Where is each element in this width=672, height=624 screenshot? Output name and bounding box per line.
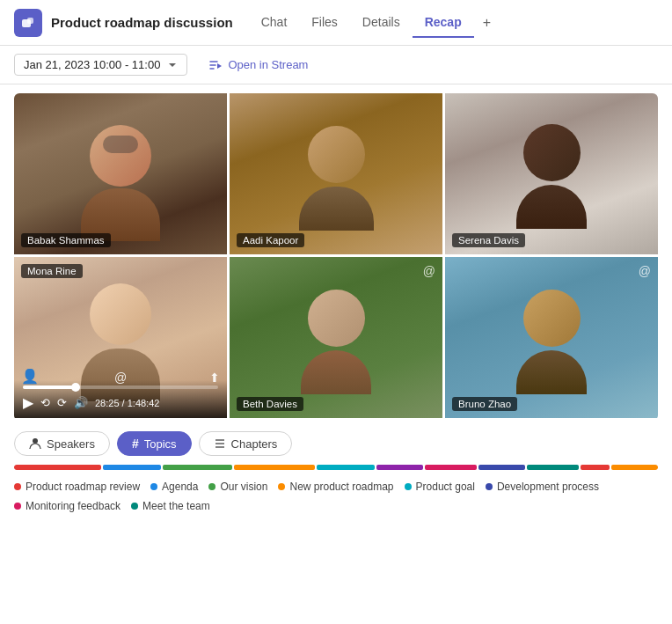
- speakers-tab-label: Speakers: [47, 437, 95, 451]
- legend-dot-meet-team: [131, 503, 138, 510]
- timeline-segment-6: [425, 465, 477, 470]
- open-stream-label: Open in Stream: [228, 58, 308, 71]
- tab-details[interactable]: Details: [350, 8, 413, 38]
- participant-label-mona: Mona Rine: [21, 264, 83, 278]
- open-in-stream-button[interactable]: Open in Stream: [201, 55, 315, 76]
- video-section: Babak Shammas Aadi Kapoor Serena Davis: [0, 84, 672, 426]
- timeline-segment-4: [317, 465, 375, 470]
- timeline-segment-3: [234, 465, 315, 470]
- topics-tab-label: Topics: [144, 437, 177, 451]
- hash-icon: #: [132, 437, 139, 451]
- play-icon[interactable]: ▶: [23, 394, 33, 411]
- timeline-section: [0, 459, 672, 475]
- legend-dot-monitoring: [14, 503, 21, 510]
- teams-app-icon: [14, 9, 42, 37]
- video-cell-bruno: Bruno Zhao @: [445, 257, 658, 418]
- speakers-tab[interactable]: Speakers: [14, 431, 110, 456]
- timeline-segment-0: [14, 465, 101, 470]
- stream-icon: [208, 58, 223, 72]
- legend-dot-product-goal: [405, 483, 412, 490]
- meeting-title: Product roadmap discussion: [51, 15, 233, 30]
- filter-tabs-section: Speakers # Topics Chapters: [0, 426, 672, 459]
- rewind-icon[interactable]: ⟲: [40, 396, 50, 409]
- legend-item-meet-team[interactable]: Meet the team: [131, 500, 210, 512]
- legend-item-roadmap-review[interactable]: Product roadmap review: [14, 481, 140, 493]
- toolbar: Jan 21, 2023 10:00 - 11:00 Open in Strea…: [0, 46, 672, 84]
- timeline-segment-10: [611, 465, 658, 470]
- timeline-segment-8: [527, 465, 579, 470]
- video-grid: Babak Shammas Aadi Kapoor Serena Davis: [14, 93, 658, 421]
- chapters-icon: [214, 437, 226, 450]
- timeline-bar[interactable]: [14, 465, 658, 470]
- video-controls-overlay: ▶ ⟲ ⟳ 🔊 28:25 / 1:48:42: [14, 380, 227, 418]
- progress-fill: [23, 385, 76, 389]
- legend-item-vision[interactable]: Our vision: [208, 481, 267, 493]
- timeline-segment-9: [581, 465, 610, 470]
- header: Product roadmap discussion Chat Files De…: [0, 0, 672, 46]
- add-participant-icon[interactable]: 👤: [21, 368, 39, 385]
- chapters-tab-label: Chapters: [231, 437, 278, 451]
- add-tab-button[interactable]: +: [474, 8, 500, 38]
- legend-item-product-goal[interactable]: Product goal: [405, 481, 475, 493]
- nav-tabs: Chat Files Details Recap +: [249, 7, 500, 38]
- timeline-segment-2: [163, 465, 232, 470]
- svg-point-3: [33, 438, 38, 444]
- date-dropdown[interactable]: Jan 21, 2023 10:00 - 11:00: [14, 54, 187, 76]
- mention-icon-beth[interactable]: @: [423, 264, 435, 278]
- participant-label-beth: Beth Davies: [237, 397, 303, 411]
- tab-recap[interactable]: Recap: [413, 8, 474, 38]
- date-range-text: Jan 21, 2023 10:00 - 11:00: [24, 58, 160, 71]
- participant-label-bruno: Bruno Zhao: [452, 397, 517, 411]
- chevron-down-icon: [167, 60, 178, 70]
- progress-thumb: [71, 383, 80, 392]
- volume-icon[interactable]: 🔊: [74, 396, 88, 409]
- progress-bar[interactable]: [23, 385, 218, 389]
- mention-icon-bruno[interactable]: @: [639, 264, 651, 278]
- video-cell-aadi: Aadi Kapoor: [230, 93, 442, 254]
- video-cell-serena: Serena Davis: [445, 93, 658, 254]
- legend-section: Product roadmap review Agenda Our vision…: [0, 475, 672, 518]
- participant-label-aadi: Aadi Kapoor: [237, 233, 304, 247]
- svg-marker-2: [217, 63, 222, 69]
- legend-item-dev-process[interactable]: Development process: [486, 481, 599, 493]
- legend-dot-new-roadmap: [278, 483, 285, 490]
- legend-dot-vision: [208, 483, 215, 490]
- tab-files[interactable]: Files: [299, 8, 350, 38]
- timeline-segment-1: [103, 465, 161, 470]
- tab-chat[interactable]: Chat: [249, 8, 300, 38]
- chapters-tab[interactable]: Chapters: [199, 431, 293, 456]
- topics-tab[interactable]: # Topics: [117, 431, 192, 456]
- legend-dot-agenda: [150, 483, 157, 490]
- share-icon[interactable]: ⬆: [209, 371, 220, 385]
- legend-item-monitoring[interactable]: Monitoring feedback: [14, 500, 121, 512]
- svg-rect-1: [27, 18, 33, 24]
- participant-label-babak: Babak Shammas: [21, 233, 111, 247]
- mention-icon-mona[interactable]: @: [114, 371, 127, 385]
- participant-label-serena: Serena Davis: [452, 233, 525, 247]
- timeline-segment-5: [376, 465, 423, 470]
- speakers-icon: [29, 437, 41, 450]
- legend-dot-roadmap-review: [14, 483, 21, 490]
- legend-item-new-roadmap[interactable]: New product roadmap: [278, 481, 393, 493]
- video-cell-beth: Beth Davies @: [230, 257, 442, 418]
- video-cell-babak: Babak Shammas: [14, 93, 227, 254]
- legend-dot-dev-process: [486, 483, 493, 490]
- timeline-segment-7: [478, 465, 525, 470]
- forward-icon[interactable]: ⟳: [57, 396, 67, 409]
- video-cell-mona: ▶ ⟲ ⟳ 🔊 28:25 / 1:48:42 Mona Rine 👤 @ ⬆: [14, 257, 227, 418]
- time-display: 28:25 / 1:48:42: [95, 398, 159, 408]
- legend-item-agenda[interactable]: Agenda: [150, 481, 198, 493]
